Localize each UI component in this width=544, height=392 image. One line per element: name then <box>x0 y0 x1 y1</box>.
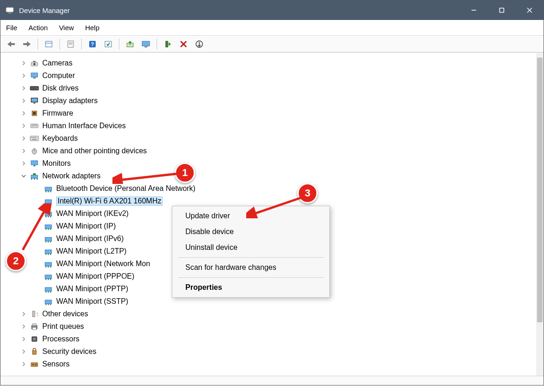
svg-rect-69 <box>45 237 52 241</box>
chevron-right-icon[interactable] <box>19 334 28 344</box>
status-bar <box>0 376 544 385</box>
tree-category[interactable]: Firmware <box>19 107 536 119</box>
tree-device-label: WAN Miniport (IKEv2) <box>56 209 129 218</box>
vertical-scrollbar[interactable] <box>536 53 544 376</box>
toolbar-separator <box>119 39 119 50</box>
svg-rect-42 <box>35 137 36 138</box>
back-button[interactable] <box>4 38 18 51</box>
tree-category-label: Security devices <box>42 347 97 356</box>
chevron-right-icon[interactable] <box>19 309 28 319</box>
chevron-right-icon[interactable] <box>19 109 28 118</box>
menu-help[interactable]: Help <box>85 24 99 32</box>
tree-category-label: Firmware <box>42 109 73 118</box>
menubar: File Action View Help <box>0 20 544 36</box>
menu-file[interactable]: File <box>6 24 17 32</box>
svg-rect-77 <box>45 262 52 266</box>
chevron-right-icon[interactable] <box>19 121 28 131</box>
tree-category[interactable]: ?Other devices <box>19 307 536 320</box>
tree-category[interactable]: Keyboards <box>19 132 536 144</box>
svg-rect-47 <box>33 165 35 166</box>
help-button[interactable]: ? <box>85 38 99 51</box>
other-icon: ? <box>29 310 39 318</box>
svg-rect-99 <box>33 338 36 340</box>
tree-category[interactable]: Monitors <box>19 157 536 170</box>
svg-rect-53 <box>45 187 52 191</box>
toolbar-separator <box>38 39 38 50</box>
mouse-icon <box>29 147 39 155</box>
chevron-right-icon[interactable] <box>19 134 28 143</box>
svg-text:?: ? <box>91 41 94 47</box>
forward-button[interactable] <box>20 38 34 51</box>
tree-category[interactable]: Computer <box>19 69 536 82</box>
chevron-right-icon[interactable] <box>19 359 28 369</box>
chevron-down-icon[interactable] <box>19 171 28 181</box>
svg-rect-61 <box>45 212 52 216</box>
svg-rect-43 <box>32 139 37 140</box>
context-menu-item[interactable]: Disable device <box>172 224 329 240</box>
tree-device[interactable]: Bluetooth Device (Personal Area Network) <box>19 182 536 195</box>
context-menu-item[interactable]: Update driver <box>172 208 329 224</box>
tree-device-label: WAN Miniport (IPv6) <box>56 235 124 243</box>
tree-device-label: WAN Miniport (L2TP) <box>56 247 126 255</box>
tree-device-label: Bluetooth Device (Personal Area Network) <box>56 184 196 193</box>
context-menu-item[interactable]: Properties <box>172 280 329 295</box>
enable-button[interactable] <box>161 38 175 51</box>
tree-device[interactable]: Intel(R) Wi-Fi 6 AX201 160MHz <box>19 195 536 207</box>
security-icon <box>29 347 39 356</box>
tree-category[interactable]: Disk drives <box>19 82 536 94</box>
svg-rect-96 <box>33 324 36 326</box>
tree-category[interactable]: Cameras <box>19 57 536 69</box>
chevron-right-icon[interactable] <box>19 96 28 105</box>
chevron-right-icon[interactable] <box>19 146 28 156</box>
tree-category[interactable]: Human Interface Devices <box>19 119 536 132</box>
chevron-right-icon[interactable] <box>19 347 28 356</box>
tree-category-label: Sensors <box>42 360 70 368</box>
chevron-right-icon[interactable] <box>19 84 28 93</box>
annotation-badge-2: 2 <box>6 251 26 271</box>
scrollbar-thumb[interactable] <box>537 58 543 322</box>
uninstall-button[interactable] <box>177 38 190 51</box>
tree-category[interactable]: Print queues <box>19 320 536 333</box>
scan-button[interactable] <box>101 38 115 51</box>
window-title: Device Manager <box>19 7 460 14</box>
remote-computer-button[interactable] <box>139 38 153 51</box>
chevron-right-icon[interactable] <box>19 322 28 331</box>
tree-category[interactable]: Processors <box>19 333 536 345</box>
svg-rect-18 <box>144 46 147 47</box>
properties-button[interactable] <box>64 38 78 51</box>
firmware-icon <box>29 109 39 118</box>
chevron-right-icon[interactable] <box>19 59 28 68</box>
minimize-button[interactable] <box>460 0 488 20</box>
update-driver-button[interactable] <box>123 38 137 51</box>
tree-category[interactable]: Sensors <box>19 358 536 370</box>
events-button[interactable] <box>192 38 206 51</box>
toolbar-separator <box>81 39 82 50</box>
cpu-icon <box>29 335 39 343</box>
keyboard-icon <box>29 134 39 143</box>
maximize-button[interactable] <box>488 0 516 20</box>
tree-category[interactable]: Network adapters <box>19 170 536 182</box>
context-menu-item[interactable]: Scan for hardware changes <box>172 260 329 275</box>
tree-category[interactable]: Security devices <box>19 345 536 358</box>
printer-icon <box>29 322 39 331</box>
menu-action[interactable]: Action <box>28 24 48 32</box>
close-button[interactable] <box>516 0 544 20</box>
tree-category[interactable]: Display adapters <box>19 94 536 107</box>
disk-icon <box>29 84 39 92</box>
netcard-icon <box>43 197 53 205</box>
context-menu-item[interactable]: Uninstall device <box>172 240 329 255</box>
chevron-right-icon[interactable] <box>19 71 28 80</box>
svg-rect-65 <box>45 225 52 229</box>
tree-category[interactable]: Mice and other pointing devices <box>19 144 536 157</box>
show-hidden-button[interactable] <box>42 38 56 51</box>
svg-rect-27 <box>33 78 36 78</box>
svg-rect-85 <box>45 287 52 291</box>
titlebar[interactable]: Device Manager <box>0 0 544 20</box>
chevron-right-icon[interactable] <box>19 159 28 168</box>
toolbar-separator <box>157 39 157 50</box>
netcard-icon <box>43 209 53 218</box>
tree-category-label: Monitors <box>42 159 71 168</box>
display-icon <box>29 97 39 105</box>
menu-view[interactable]: View <box>59 24 74 32</box>
netcard-icon <box>43 247 53 255</box>
